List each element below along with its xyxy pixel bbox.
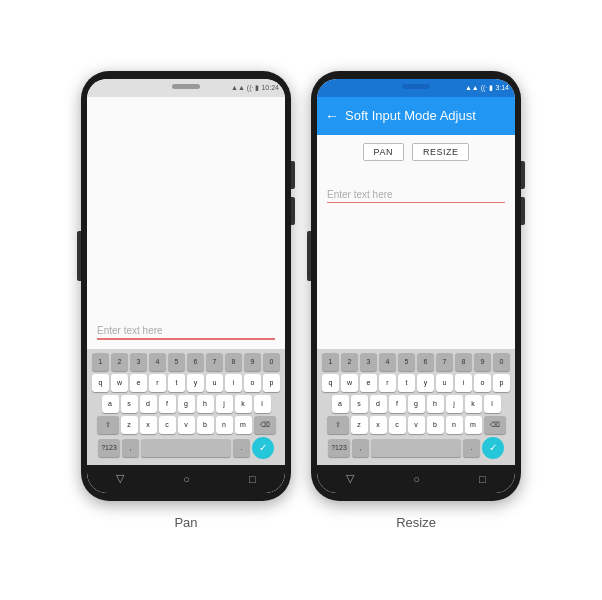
kb-key-w[interactable]: w (111, 374, 128, 392)
kb-key-d[interactable]: d (140, 395, 157, 413)
kb-key-2[interactable]: 2 (111, 353, 128, 371)
vol-down-btn (291, 197, 295, 225)
r-kb-key-5[interactable]: 5 (398, 353, 415, 371)
vol-up-btn (291, 161, 295, 189)
r-kb-key-j[interactable]: j (446, 395, 463, 413)
r-kb-key-a[interactable]: a (332, 395, 349, 413)
resize-kb-row-numbers: 1 2 3 4 5 6 7 8 9 0 (319, 353, 513, 371)
r-kb-key-r[interactable]: r (379, 374, 396, 392)
r-kb-123-key[interactable]: ?123 (328, 439, 350, 457)
r-kb-shift-key[interactable]: ⇧ (327, 416, 349, 434)
r-kb-key-2[interactable]: 2 (341, 353, 358, 371)
kb-key-7[interactable]: 7 (206, 353, 223, 371)
r-kb-check-key[interactable]: ✓ (482, 437, 504, 459)
r-kb-key-x[interactable]: x (370, 416, 387, 434)
r-nav-back-icon[interactable]: ▽ (346, 472, 354, 485)
kb-key-h[interactable]: h (197, 395, 214, 413)
r-nav-recents-icon[interactable]: □ (479, 473, 486, 485)
kb-key-4[interactable]: 4 (149, 353, 166, 371)
kb-delete-key[interactable]: ⌫ (254, 416, 276, 434)
kb-key-1[interactable]: 1 (92, 353, 109, 371)
pan-mode-button[interactable]: PAN (363, 143, 404, 161)
r-kb-key-d[interactable]: d (370, 395, 387, 413)
kb-key-p[interactable]: p (263, 374, 280, 392)
r-kb-delete-key[interactable]: ⌫ (484, 416, 506, 434)
kb-key-m[interactable]: m (235, 416, 252, 434)
kb-key-a[interactable]: a (102, 395, 119, 413)
kb-key-k[interactable]: k (235, 395, 252, 413)
r-kb-key-n[interactable]: n (446, 416, 463, 434)
resize-nav-bar: ▽ ○ □ (317, 465, 515, 493)
nav-back-icon[interactable]: ▽ (116, 472, 124, 485)
kb-key-b[interactable]: b (197, 416, 214, 434)
r-kb-key-k[interactable]: k (465, 395, 482, 413)
resize-mode-button[interactable]: RESIZE (412, 143, 470, 161)
r-kb-period-key[interactable]: . (463, 439, 480, 457)
kb-key-q[interactable]: q (92, 374, 109, 392)
r-kb-key-e[interactable]: e (360, 374, 377, 392)
kb-key-u[interactable]: u (206, 374, 223, 392)
r-kb-key-1[interactable]: 1 (322, 353, 339, 371)
r-nav-home-icon[interactable]: ○ (413, 473, 420, 485)
resize-keyboard: 1 2 3 4 5 6 7 8 9 0 q w e (317, 349, 515, 465)
r-kb-key-l[interactable]: l (484, 395, 501, 413)
r-kb-space-key[interactable] (371, 439, 461, 457)
kb-check-key[interactable]: ✓ (252, 437, 274, 459)
r-kb-key-7[interactable]: 7 (436, 353, 453, 371)
r-kb-key-c[interactable]: c (389, 416, 406, 434)
r-kb-key-b[interactable]: b (427, 416, 444, 434)
kb-key-v[interactable]: v (178, 416, 195, 434)
r-kb-comma-key[interactable]: , (352, 439, 369, 457)
kb-key-j[interactable]: j (216, 395, 233, 413)
r-kb-key-u[interactable]: u (436, 374, 453, 392)
kb-key-e[interactable]: e (130, 374, 147, 392)
r-kb-key-y[interactable]: y (417, 374, 434, 392)
r-kb-key-h[interactable]: h (427, 395, 444, 413)
kb-key-x[interactable]: x (140, 416, 157, 434)
r-kb-key-4[interactable]: 4 (379, 353, 396, 371)
r-kb-key-f[interactable]: f (389, 395, 406, 413)
kb-shift-key[interactable]: ⇧ (97, 416, 119, 434)
kb-key-l[interactable]: l (254, 395, 271, 413)
r-kb-key-q[interactable]: q (322, 374, 339, 392)
r-kb-key-m[interactable]: m (465, 416, 482, 434)
r-kb-key-0[interactable]: 0 (493, 353, 510, 371)
kb-key-3[interactable]: 3 (130, 353, 147, 371)
kb-key-s[interactable]: s (121, 395, 138, 413)
kb-period-key[interactable]: . (233, 439, 250, 457)
r-kb-key-v[interactable]: v (408, 416, 425, 434)
r-kb-key-t[interactable]: t (398, 374, 415, 392)
kb-key-r[interactable]: r (149, 374, 166, 392)
kb-key-z[interactable]: z (121, 416, 138, 434)
r-kb-key-8[interactable]: 8 (455, 353, 472, 371)
kb-123-key[interactable]: ?123 (98, 439, 120, 457)
r-kb-key-i[interactable]: i (455, 374, 472, 392)
kb-key-o[interactable]: o (244, 374, 261, 392)
kb-key-y[interactable]: y (187, 374, 204, 392)
kb-key-5[interactable]: 5 (168, 353, 185, 371)
resize-back-button[interactable]: ← (325, 108, 339, 124)
kb-key-8[interactable]: 8 (225, 353, 242, 371)
r-kb-key-o[interactable]: o (474, 374, 491, 392)
r-kb-key-3[interactable]: 3 (360, 353, 377, 371)
kb-key-6[interactable]: 6 (187, 353, 204, 371)
kb-key-c[interactable]: c (159, 416, 176, 434)
kb-space-key[interactable] (141, 439, 231, 457)
kb-key-0[interactable]: 0 (263, 353, 280, 371)
r-kb-key-s[interactable]: s (351, 395, 368, 413)
r-kb-key-w[interactable]: w (341, 374, 358, 392)
r-kb-key-p[interactable]: p (493, 374, 510, 392)
r-kb-key-z[interactable]: z (351, 416, 368, 434)
kb-key-i[interactable]: i (225, 374, 242, 392)
r-kb-key-9[interactable]: 9 (474, 353, 491, 371)
kb-key-n[interactable]: n (216, 416, 233, 434)
kb-key-9[interactable]: 9 (244, 353, 261, 371)
kb-comma-key[interactable]: , (122, 439, 139, 457)
kb-key-f[interactable]: f (159, 395, 176, 413)
kb-key-t[interactable]: t (168, 374, 185, 392)
kb-key-g[interactable]: g (178, 395, 195, 413)
nav-home-icon[interactable]: ○ (183, 473, 190, 485)
nav-recents-icon[interactable]: □ (249, 473, 256, 485)
r-kb-key-6[interactable]: 6 (417, 353, 434, 371)
r-kb-key-g[interactable]: g (408, 395, 425, 413)
